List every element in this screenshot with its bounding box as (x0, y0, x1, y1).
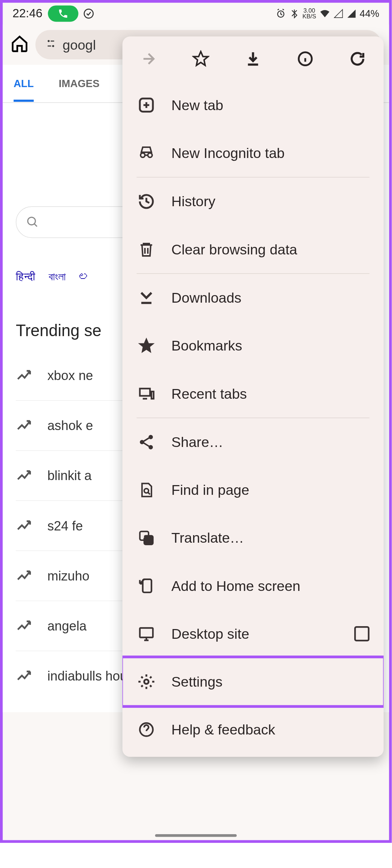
share-icon (137, 432, 156, 452)
menu-clear-data[interactable]: Clear browsing data (122, 225, 383, 273)
plus-square-icon (137, 95, 156, 115)
menu-new-tab[interactable]: New tab (122, 81, 383, 129)
status-bar: 22:46 3.00KB/S 44% (3, 3, 389, 25)
bookmarks-star-icon (137, 336, 156, 356)
site-settings-icon (45, 37, 57, 53)
menu-find[interactable]: Find in page (122, 466, 383, 514)
svg-point-3 (52, 45, 54, 47)
svg-rect-13 (143, 579, 151, 592)
network-speed: 3.00KB/S (302, 8, 316, 19)
lang-link[interactable]: हिन्दी (16, 271, 35, 283)
menu-bookmarks[interactable]: Bookmarks (122, 322, 383, 370)
menu-downloads[interactable]: Downloads (122, 274, 383, 322)
wifi-icon (319, 8, 330, 19)
add-to-home-icon (137, 576, 156, 596)
history-icon (137, 192, 156, 211)
desktop-site-checkbox[interactable] (354, 626, 369, 641)
desktop-icon (137, 624, 156, 643)
menu-desktop-site[interactable]: Desktop site (122, 610, 383, 658)
signal-icon-2 (347, 9, 356, 18)
translate-icon (137, 528, 156, 548)
url-text: googl (63, 37, 96, 53)
svg-point-15 (144, 679, 149, 684)
battery-percent: 44% (360, 8, 379, 19)
svg-point-2 (48, 40, 50, 42)
trash-icon (137, 240, 156, 259)
tab-all[interactable]: ALL (14, 65, 34, 101)
menu-share[interactable]: Share… (122, 418, 383, 466)
svg-point-4 (28, 217, 35, 225)
nav-handle[interactable] (155, 834, 237, 837)
gear-icon (137, 672, 156, 691)
alarm-icon (275, 8, 286, 19)
menu-translate[interactable]: Translate… (122, 514, 383, 562)
help-icon (137, 720, 156, 739)
signal-icon (333, 9, 343, 18)
lang-link[interactable]: বাংলা (49, 271, 66, 283)
menu-add-home[interactable]: Add to Home screen (122, 562, 383, 610)
tab-images[interactable]: IMAGES (59, 65, 99, 101)
download-icon[interactable] (243, 49, 263, 68)
info-icon[interactable] (296, 49, 315, 68)
menu-settings[interactable]: Settings (122, 658, 383, 706)
find-in-page-icon (137, 480, 156, 499)
bluetooth-icon (290, 9, 299, 18)
incognito-icon (137, 143, 156, 163)
menu-recent-tabs[interactable]: Recent tabs (122, 370, 383, 417)
menu-incognito[interactable]: New Incognito tab (122, 129, 383, 177)
downloads-icon (137, 288, 156, 307)
menu-history[interactable]: History (122, 177, 383, 225)
menu-help[interactable]: Help & feedback (122, 706, 383, 754)
star-icon[interactable] (191, 49, 210, 68)
lang-link[interactable]: ల (79, 271, 90, 283)
status-time: 22:46 (13, 6, 42, 21)
call-indicator-icon[interactable] (48, 5, 78, 22)
home-icon[interactable] (10, 34, 29, 55)
overflow-menu: New tab New Incognito tab History Clear … (122, 36, 383, 757)
refresh-icon[interactable] (348, 49, 367, 68)
devices-icon (137, 384, 156, 403)
svg-rect-12 (144, 536, 153, 544)
svg-rect-14 (140, 628, 153, 637)
checkmark-icon (83, 8, 95, 19)
forward-icon[interactable] (139, 49, 158, 68)
svg-point-0 (84, 9, 93, 18)
